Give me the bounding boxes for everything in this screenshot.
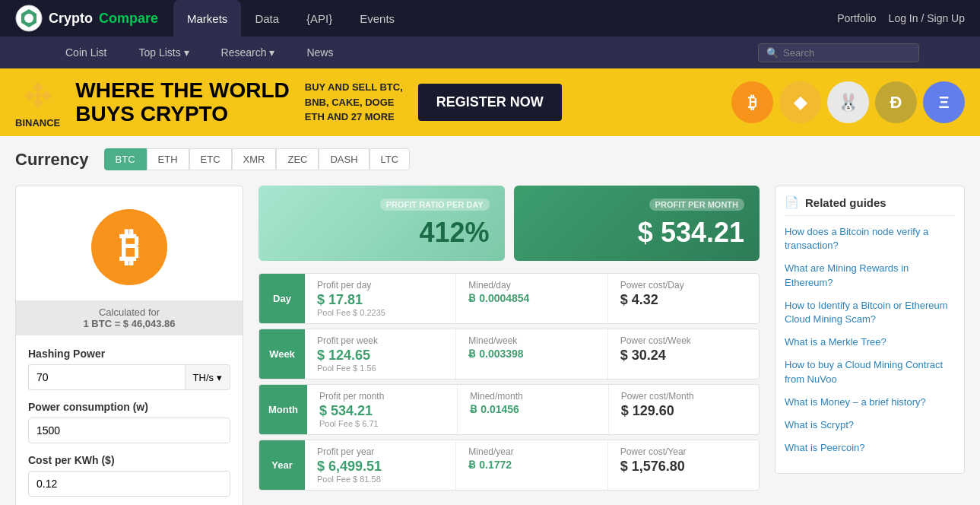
tab-xmr[interactable]: XMR	[232, 148, 277, 170]
mining-power-title: Power cost/Day	[620, 280, 747, 291]
calculator-panel: ₿ Calculated for 1 BTC = $ 46,043.86 Has…	[15, 186, 243, 505]
coin-btc-icon: ₿	[731, 81, 773, 123]
mining-row: Week Profit per week $ 124.65 Pool Fee $…	[258, 329, 760, 380]
tab-eth[interactable]: ETH	[147, 148, 189, 170]
document-icon: 📄	[785, 195, 799, 209]
profit-card-month: PROFIT PER MONTH $ 534.21	[514, 186, 760, 261]
logo-text-compare: Compare	[99, 11, 158, 27]
mining-power-value: $ 129.60	[621, 403, 747, 419]
mining-mined-value: Ƀ 0.0004854	[468, 292, 595, 304]
mining-row-content: Profit per year $ 6,499.51 Pool Fee $ 81…	[305, 440, 759, 490]
tab-etc[interactable]: ETC	[189, 148, 232, 170]
mining-cell-mined: Mined/month Ƀ 0.01456	[458, 385, 608, 434]
calc-rate-value: 1 BTC = $ 46,043.86	[83, 318, 175, 329]
nav-tab-data[interactable]: Data	[241, 0, 293, 37]
calc-rate: Calculated for 1 BTC = $ 46,043.86	[16, 300, 243, 335]
mining-row: Year Profit per year $ 6,499.51 Pool Fee…	[258, 440, 760, 491]
mining-row-period: Month	[259, 385, 307, 434]
mining-cell-profit: Profit per month $ 534.21 Pool Fee $ 6.7…	[307, 385, 458, 434]
power-consumption-input[interactable]	[28, 418, 230, 443]
sec-nav-news[interactable]: News	[302, 37, 338, 68]
sec-nav-research[interactable]: Research ▾	[217, 37, 280, 68]
svg-marker-5	[41, 91, 52, 101]
mining-row: Month Profit per month $ 534.21 Pool Fee…	[258, 384, 760, 435]
hashing-power-label: Hashing Power	[28, 348, 230, 360]
hash-unit-selector[interactable]: TH/s ▾	[185, 364, 230, 390]
guide-link[interactable]: How does a Bitcoin node verify a transac…	[785, 225, 955, 252]
search-icon: 🔍	[766, 47, 779, 59]
mining-profit-value: $ 17.81	[317, 292, 443, 308]
mining-cell-profit: Profit per day $ 17.81 Pool Fee $ 0.2235	[305, 274, 456, 323]
binance-logo: BINANCE	[15, 76, 60, 129]
mining-cell-profit: Profit per week $ 124.65 Pool Fee $ 1.56	[305, 329, 456, 379]
login-link[interactable]: Log In / Sign Up	[889, 12, 965, 24]
banner-ad: BINANCE WHERE THE WORLDBUYS CRYPTO BUY A…	[0, 68, 980, 136]
mining-mined-title: Mined/month	[470, 391, 595, 402]
register-now-button[interactable]: REGISTER NOW	[418, 84, 562, 121]
portfolio-link[interactable]: Portfolio	[837, 12, 876, 24]
mining-cell-profit: Profit per year $ 6,499.51 Pool Fee $ 81…	[305, 440, 456, 490]
profit-day-label: PROFIT RATIO PER DAY	[380, 199, 490, 211]
mining-pool-fee: Pool Fee $ 6.71	[319, 419, 445, 428]
calc-rate-label: Calculated for	[99, 306, 160, 318]
cost-kwh-field: Cost per KWh ($)	[16, 454, 243, 505]
coin-bnb-icon: ◆	[779, 81, 821, 123]
power-consumption-label: Power consumption (w)	[28, 401, 230, 413]
mining-cell-power: Power cost/Day $ 4.32	[608, 274, 759, 323]
mining-power-value: $ 4.32	[620, 292, 747, 308]
tab-zec[interactable]: ZEC	[276, 148, 319, 170]
chevron-down-icon: ▾	[217, 372, 222, 383]
guide-link[interactable]: How to Identify a Bitcoin or Ethereum Cl…	[785, 299, 955, 326]
sec-nav-coinlist[interactable]: Coin List	[61, 37, 111, 68]
mining-cell-power: Power cost/Year $ 1,576.80	[608, 440, 759, 490]
cryptocompare-logo-icon	[15, 5, 43, 32]
tab-dash[interactable]: DASH	[319, 148, 369, 170]
mining-power-title: Power cost/Week	[620, 335, 747, 346]
mining-row-period: Day	[259, 274, 305, 323]
guide-link[interactable]: How to buy a Cloud Mining Contract from …	[785, 358, 955, 386]
guide-link[interactable]: What are Mining Rewards in Ethereum?	[785, 262, 955, 289]
mining-profit-title: Profit per month	[319, 391, 445, 402]
mining-mined-title: Mined/year	[468, 446, 595, 457]
search-input[interactable]	[783, 47, 911, 59]
hash-unit-label: TH/s	[193, 372, 214, 383]
nav-tab-markets[interactable]: Markets	[173, 0, 241, 37]
guide-link[interactable]: What is a Merkle Tree?	[785, 335, 955, 349]
mining-mined-value: Ƀ 0.1772	[468, 459, 595, 471]
tab-ltc[interactable]: LTC	[369, 148, 411, 170]
svg-marker-6	[33, 97, 43, 108]
nav-tab-events[interactable]: Events	[346, 0, 408, 37]
mining-pool-fee: Pool Fee $ 1.56	[317, 364, 443, 373]
tab-btc[interactable]: BTC	[104, 148, 147, 170]
mining-cell-mined: Mined/week Ƀ 0.003398	[456, 329, 607, 379]
logo[interactable]: CryptoCompare	[15, 5, 158, 32]
main-content: ₿ Calculated for 1 BTC = $ 46,043.86 Has…	[0, 170, 980, 505]
cost-kwh-label: Cost per KWh ($)	[28, 454, 230, 466]
profit-card-day: PROFIT RATIO PER DAY 412%	[258, 186, 505, 261]
hashing-power-input[interactable]	[28, 364, 185, 390]
cost-kwh-input[interactable]	[28, 471, 230, 497]
main-nav-tabs: Markets Data {API} Events	[173, 0, 837, 37]
mining-row: Day Profit per day $ 17.81 Pool Fee $ 0.…	[258, 273, 760, 324]
svg-marker-3	[33, 82, 43, 93]
page-title: Currency	[15, 150, 89, 170]
related-guides-header: 📄 Related guides	[785, 195, 955, 216]
mining-profit-value: $ 6,499.51	[317, 459, 443, 475]
search-box[interactable]: 🔍	[758, 43, 919, 62]
guide-link[interactable]: What is Scrypt?	[785, 418, 955, 432]
sec-nav-toplists[interactable]: Top Lists ▾	[134, 37, 193, 68]
currency-tab-bar: BTC ETH ETC XMR ZEC DASH LTC	[104, 148, 411, 170]
banner-subtext: BUY AND SELL BTC,BNB, CAKE, DOGEETH AND …	[305, 80, 403, 125]
svg-marker-7	[34, 91, 42, 99]
coin-eth-icon: Ξ	[923, 81, 965, 123]
nav-tab-api[interactable]: {API}	[293, 0, 346, 37]
mining-mined-value: Ƀ 0.01456	[470, 403, 595, 415]
nav-right-links: Portfolio Log In / Sign Up	[837, 12, 965, 24]
center-panel: PROFIT RATIO PER DAY 412% PROFIT PER MON…	[258, 186, 760, 505]
guide-link[interactable]: What is Money – a brief history?	[785, 395, 955, 409]
coin-bunny-icon: 🐰	[827, 81, 869, 123]
page-header: Currency BTC ETH ETC XMR ZEC DASH LTC	[0, 136, 980, 170]
guide-link[interactable]: What is Peercoin?	[785, 441, 955, 455]
profit-cards: PROFIT RATIO PER DAY 412% PROFIT PER MON…	[258, 186, 760, 261]
profit-month-value: $ 534.21	[529, 217, 745, 249]
